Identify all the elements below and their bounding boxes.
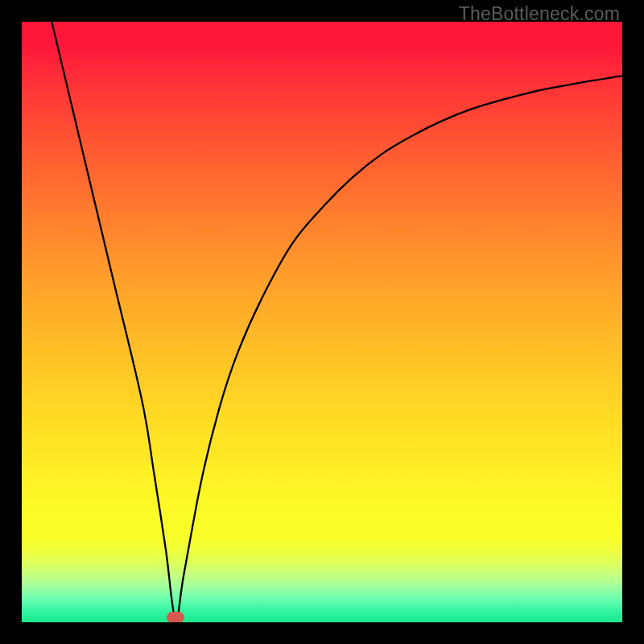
bottleneck-curve (22, 22, 622, 622)
plot-area (22, 22, 622, 622)
watermark-text: TheBottleneck.com (459, 3, 620, 25)
chart-frame: TheBottleneck.com (0, 0, 644, 644)
optimal-point-marker (167, 612, 184, 622)
